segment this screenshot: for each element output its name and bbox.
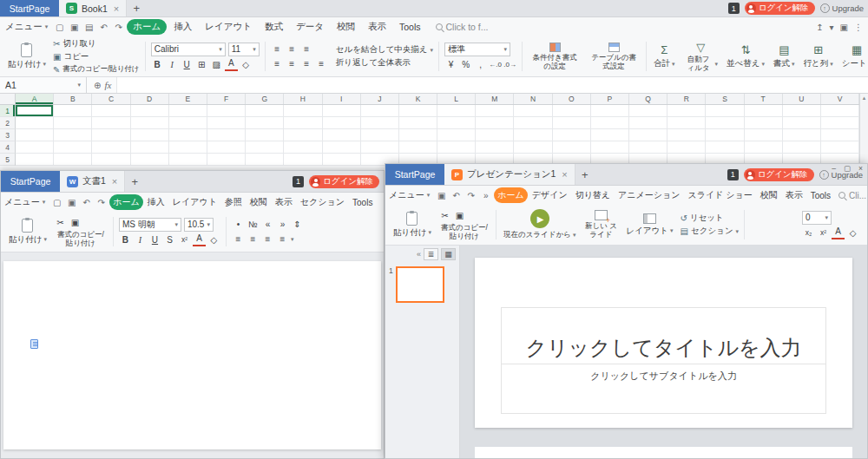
cell-A1[interactable] <box>16 105 54 117</box>
bold-button[interactable]: B <box>151 58 164 71</box>
cell-A3[interactable] <box>16 129 54 141</box>
column-header[interactable]: L <box>437 94 476 104</box>
font-color-button[interactable]: A <box>832 226 845 239</box>
ribbon-tab[interactable]: 切り替え <box>572 187 614 203</box>
ribbon-tab[interactable]: ホーム <box>494 187 527 203</box>
font-color-button[interactable]: A <box>193 233 206 246</box>
logout-button[interactable]: ログイン解除 <box>745 2 815 15</box>
tab-book1[interactable]: S Book1 × <box>59 0 127 16</box>
ribbon-tab[interactable]: スライド ショー <box>685 187 756 203</box>
undo-button[interactable]: ↶ <box>97 23 110 32</box>
ribbon-tab[interactable]: 参照 <box>221 194 246 210</box>
increase-decimal-button[interactable]: ←.0 <box>489 58 502 71</box>
redo-button[interactable]: ↷ <box>464 191 477 200</box>
menu-button[interactable]: メニュー▾ <box>4 196 45 208</box>
notification-badge[interactable]: 1 <box>727 169 739 180</box>
cell-U3[interactable] <box>783 129 821 141</box>
cell-O4[interactable] <box>553 141 591 154</box>
cell-O2[interactable] <box>553 117 591 129</box>
cell-F2[interactable] <box>207 117 246 129</box>
cell-R2[interactable] <box>667 117 706 129</box>
cut-button[interactable]: ✂切り取り <box>53 38 140 49</box>
value-stepper[interactable]: 0▾ <box>802 211 832 225</box>
ribbon-tab[interactable]: Tools <box>807 189 834 202</box>
ribbon-tab[interactable]: 表示 <box>782 187 806 203</box>
collapse-panel-icon[interactable]: « <box>417 250 421 259</box>
cell-D5[interactable] <box>131 154 169 166</box>
cell-U1[interactable] <box>783 105 821 117</box>
cell-I4[interactable] <box>323 141 361 154</box>
cell-D4[interactable] <box>131 141 169 154</box>
more-tools-icon[interactable]: » <box>479 191 492 200</box>
slide-thumbnail-item[interactable]: 1 <box>385 266 459 303</box>
indent-decrease-button[interactable]: « <box>261 218 274 231</box>
cell-C5[interactable] <box>92 154 130 166</box>
cell-H1[interactable] <box>284 105 322 117</box>
cell-B4[interactable] <box>54 141 92 154</box>
cell-I5[interactable] <box>323 154 361 166</box>
undo-button[interactable]: ↶ <box>450 191 463 200</box>
cell-I3[interactable] <box>323 129 361 141</box>
cell-L4[interactable] <box>437 141 476 154</box>
column-header[interactable]: C <box>92 94 130 104</box>
formula-input[interactable] <box>116 77 868 93</box>
cell-M2[interactable] <box>476 117 514 129</box>
cut-button[interactable]: ✂ <box>438 209 451 222</box>
table-format-button[interactable]: テーブルの書式設定 <box>584 38 643 75</box>
tab-startpage[interactable]: StartPage <box>0 0 59 16</box>
column-header[interactable]: T <box>745 94 783 104</box>
ribbon-tab[interactable]: ホーム <box>109 194 142 210</box>
new-tab-button[interactable]: + <box>125 171 144 192</box>
bold-button[interactable]: B <box>119 233 132 246</box>
cell-V4[interactable] <box>821 141 859 154</box>
format-button[interactable]: ▤ 書式▾ <box>769 38 799 75</box>
tab-startpage[interactable]: StartPage <box>385 164 444 185</box>
font-size-combo[interactable]: 11▾ <box>228 43 260 56</box>
cell-D2[interactable] <box>131 117 169 129</box>
cell-H4[interactable] <box>284 141 322 154</box>
number-format-combo[interactable]: 標準▾ <box>444 43 510 56</box>
superscript-button[interactable]: x² <box>178 233 191 246</box>
cell-Q4[interactable] <box>629 141 667 154</box>
autofilter-button[interactable]: ▽ 自動フィルタ▾ <box>680 38 723 75</box>
cell-K4[interactable] <box>399 141 437 154</box>
cell-O3[interactable] <box>553 129 591 141</box>
tab-startpage[interactable]: StartPage <box>1 171 60 192</box>
align-bottom-icon[interactable]: ≡ <box>300 43 313 56</box>
ribbon-tab[interactable]: デザイン <box>529 187 571 203</box>
collapse-ribbon-icon[interactable]: ▾ <box>830 23 834 32</box>
ribbon-tab[interactable]: Tools <box>349 196 376 209</box>
cell-P2[interactable] <box>591 117 629 129</box>
column-header[interactable]: E <box>169 94 207 104</box>
cell-V3[interactable] <box>821 129 859 141</box>
cell-T2[interactable] <box>745 117 783 129</box>
cell-J1[interactable] <box>361 105 399 117</box>
align-right-icon[interactable]: ≡ <box>261 233 274 246</box>
column-header[interactable]: A <box>16 94 54 104</box>
cut-button[interactable]: ✂ <box>54 216 67 229</box>
cell-H3[interactable] <box>284 129 322 141</box>
line-spacing-button[interactable]: ⇕ <box>291 218 304 231</box>
layout-button[interactable]: レイアウト▾ <box>621 207 677 243</box>
undo-button[interactable]: ↶ <box>80 198 93 207</box>
column-header[interactable]: F <box>207 94 246 104</box>
cell-C4[interactable] <box>92 141 130 154</box>
cell-I2[interactable] <box>323 117 361 129</box>
section-button[interactable]: ▤セクション▾ <box>681 226 740 237</box>
open-button[interactable]: ▢ <box>53 23 66 32</box>
new-slide-button[interactable]: 新しい スライド <box>580 207 621 243</box>
logout-button[interactable]: ログイン解除 <box>309 175 379 188</box>
upgrade-button[interactable]: ↑Upgrade <box>820 3 864 13</box>
cell-A2[interactable] <box>16 117 54 129</box>
align-right-icon[interactable]: ≡ <box>300 57 313 70</box>
cell-F3[interactable] <box>207 129 246 141</box>
cell-Q2[interactable] <box>629 117 667 129</box>
cell-J2[interactable] <box>361 117 399 129</box>
slides-view-toggle[interactable]: ▦ <box>441 248 456 260</box>
cell-K1[interactable] <box>399 105 437 117</box>
percent-button[interactable]: % <box>459 58 472 71</box>
notification-badge[interactable]: 1 <box>293 176 304 187</box>
numbered-list-button[interactable]: № <box>247 218 260 231</box>
cell-L3[interactable] <box>437 129 476 141</box>
borders-button[interactable]: ⊞ <box>195 58 208 71</box>
